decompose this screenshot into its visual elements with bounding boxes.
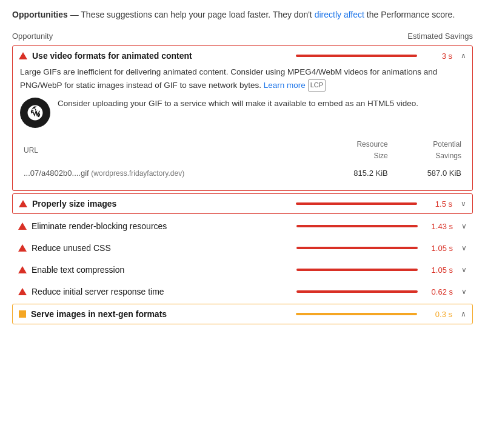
savings-value: 1.05 s xyxy=(429,244,453,253)
chevron-down-icon: ∨ xyxy=(461,244,467,252)
savings-bar-container xyxy=(296,290,418,293)
chevron-up-icon: ∧ xyxy=(461,310,466,318)
opportunity-right[interactable]: 0.62 s ∨ xyxy=(296,287,467,296)
wp-embed-description: Consider uploading your GIF to a service… xyxy=(58,98,418,110)
opportunity-right: 1.5 s ∨ xyxy=(296,199,466,209)
savings-bar xyxy=(296,290,418,293)
chevron-down-icon: ∨ xyxy=(461,199,466,208)
expanded-content-use-video: Large GIFs are inefficient for deliverin… xyxy=(13,65,472,190)
warning-icon xyxy=(18,244,27,252)
chevron-down-icon: ∨ xyxy=(461,266,467,274)
header-dash: — xyxy=(70,10,79,19)
col-savings: Estimated Savings xyxy=(407,32,473,41)
opportunity-header-use-video[interactable]: Use video formats for animated content 3… xyxy=(13,46,472,65)
header: Opportunities — These suggestions can he… xyxy=(12,10,473,19)
size-col-header: ResourceSize xyxy=(318,136,391,164)
savings-bar-container xyxy=(296,247,418,249)
opportunity-right[interactable]: 1.43 s ∨ xyxy=(296,222,467,231)
wp-embed-block: Consider uploading your GIF to a service… xyxy=(20,98,465,128)
opportunity-use-video-formats: Use video formats for animated content 3… xyxy=(12,45,473,191)
savings-bar-container xyxy=(296,269,418,271)
savings-value: 3 s xyxy=(428,52,452,61)
opportunity-eliminate-render: Eliminate render-blocking resources 1.43… xyxy=(12,216,473,236)
opportunity-right: 3 s ∧ xyxy=(296,52,466,61)
warning-icon xyxy=(19,200,27,207)
savings-value: 0.62 s xyxy=(429,287,453,296)
savings-bar xyxy=(296,247,418,249)
savings-cell: 587.0 KiB xyxy=(392,165,465,182)
opportunity-text-compression: Enable text compression 1.05 s ∨ xyxy=(12,260,473,279)
opportunity-left: Reduce initial server response time xyxy=(18,287,164,296)
savings-bar-container xyxy=(296,225,418,227)
opportunity-header-next-gen[interactable]: Serve images in next-gen formats 0.3 s ∧ xyxy=(13,304,472,324)
savings-bar-container xyxy=(296,55,417,57)
warning-icon xyxy=(19,52,27,59)
savings-bar xyxy=(296,269,418,271)
col-opportunity: Opportunity xyxy=(12,32,53,41)
opportunity-title: Properly size images xyxy=(32,199,116,209)
chevron-down-icon: ∨ xyxy=(461,287,467,296)
learn-more-link[interactable]: Learn more xyxy=(264,81,306,90)
opportunity-title: Enable text compression xyxy=(32,265,124,275)
header-description2: the Performance score. xyxy=(367,10,455,19)
url-cell: ...07/a4802b0....gif (wordpress.fridayfa… xyxy=(20,165,318,182)
section-title: Opportunities xyxy=(12,10,68,19)
warning-icon-orange xyxy=(19,310,26,318)
opportunity-right: 0.3 s ∧ xyxy=(296,310,466,319)
opportunity-left: Serve images in next-gen formats xyxy=(19,309,167,319)
description-text: Large GIFs are inefficient for deliverin… xyxy=(20,65,465,92)
savings-value: 0.3 s xyxy=(428,310,452,319)
opportunity-right[interactable]: 1.05 s ∨ xyxy=(296,266,467,275)
header-description: These suggestions can help your page loa… xyxy=(81,10,312,19)
opportunities-section: Opportunities — These suggestions can he… xyxy=(12,10,473,324)
opportunity-left: Properly size images xyxy=(19,199,116,209)
savings-bar xyxy=(296,225,418,227)
opportunity-left: Enable text compression xyxy=(18,265,124,275)
opportunity-next-gen: Serve images in next-gen formats 0.3 s ∧ xyxy=(12,304,473,324)
opportunity-left: Reduce unused CSS xyxy=(18,243,111,253)
opportunity-title: Reduce initial server response time xyxy=(32,287,164,296)
savings-bar xyxy=(296,55,417,57)
domain-text: (wordpress.fridayfactory.dev) xyxy=(91,169,184,178)
opportunity-header-properly-size[interactable]: Properly size images 1.5 s ∨ xyxy=(13,194,472,213)
url-text: ...07/a4802b0....gif xyxy=(24,169,89,178)
opportunity-title: Serve images in next-gen formats xyxy=(31,309,167,319)
savings-bar-container xyxy=(296,202,417,205)
url-col-header: URL xyxy=(20,136,318,164)
opportunity-server-response: Reduce initial server response time 0.62… xyxy=(12,282,473,301)
directly-affect-link[interactable]: directly affect xyxy=(315,10,364,19)
opportunity-right[interactable]: 1.05 s ∨ xyxy=(296,244,467,253)
warning-icon xyxy=(18,222,27,230)
table-row: ...07/a4802b0....gif (wordpress.fridayfa… xyxy=(20,165,465,182)
opportunity-left: Use video formats for animated content xyxy=(19,51,192,61)
opportunity-title: Use video formats for animated content xyxy=(32,51,192,61)
opportunity-title: Reduce unused CSS xyxy=(32,243,111,253)
warning-icon xyxy=(18,288,27,295)
savings-bar-orange xyxy=(296,313,417,315)
savings-bar xyxy=(296,202,417,205)
opportunity-title: Eliminate render-blocking resources xyxy=(32,221,167,231)
chevron-down-icon: ∨ xyxy=(461,222,467,230)
opportunity-left: Eliminate render-blocking resources xyxy=(18,221,167,231)
opportunity-properly-size: Properly size images 1.5 s ∨ xyxy=(12,193,473,214)
wordpress-logo xyxy=(20,98,50,128)
savings-value: 1.5 s xyxy=(428,199,452,209)
size-cell: 815.2 KiB xyxy=(318,165,391,182)
savings-col-header: PotentialSavings xyxy=(392,136,465,164)
url-resource-table: URL ResourceSize PotentialSavings ...07/… xyxy=(20,136,465,182)
savings-value: 1.43 s xyxy=(429,222,453,231)
lcp-badge: LCP xyxy=(308,79,326,92)
chevron-up-icon: ∧ xyxy=(461,52,466,60)
opportunity-reduce-css: Reduce unused CSS 1.05 s ∨ xyxy=(12,238,473,258)
warning-icon xyxy=(18,266,27,273)
table-header: Opportunity Estimated Savings xyxy=(12,29,473,45)
savings-value: 1.05 s xyxy=(429,266,453,275)
savings-bar-container xyxy=(296,313,417,315)
